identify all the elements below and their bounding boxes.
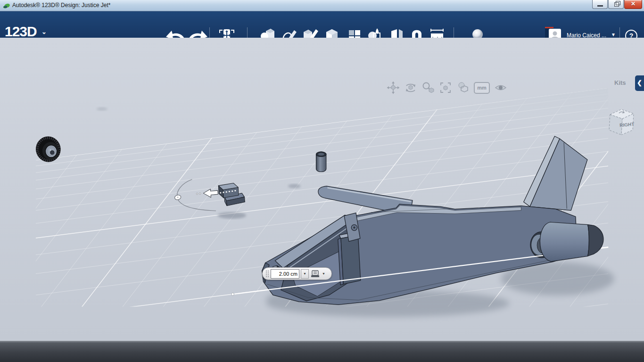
- operation-dropdown[interactable]: ▼: [322, 272, 325, 275]
- logo-menu-caret-icon[interactable]: ⌄: [41, 28, 47, 35]
- close-button[interactable]: ✕: [624, 0, 642, 9]
- dimension-editor[interactable]: ▼ ▼: [262, 267, 332, 280]
- window-title: Autodesk® 123D® Design: Justice Jet*: [12, 2, 110, 8]
- cylinder-shadow: [288, 184, 301, 188]
- logo-123d[interactable]: 123D: [5, 24, 37, 40]
- dimension-input[interactable]: [271, 269, 299, 279]
- fit-view-button[interactable]: [439, 81, 452, 94]
- taskbar: S ES: [0, 340, 644, 362]
- titlebar: Autodesk® 123D® Design: Justice Jet* ✕: [0, 0, 644, 11]
- minimize-button[interactable]: [592, 0, 608, 9]
- view-toolbar: mm: [387, 80, 507, 95]
- user-menu-caret-icon[interactable]: ▼: [611, 32, 616, 37]
- black-wheel[interactable]: [34, 134, 63, 164]
- extrude-manipulator[interactable]: [174, 180, 218, 211]
- orbit-button[interactable]: [404, 81, 417, 94]
- material-render-button[interactable]: [456, 81, 470, 94]
- scene-canvas[interactable]: [0, 38, 644, 340]
- panel-collapse-tab[interactable]: ❮: [635, 75, 644, 91]
- extrude-arrow[interactable]: [203, 189, 218, 197]
- pan-button[interactable]: [387, 81, 400, 94]
- wheel-shadow: [97, 107, 107, 111]
- block-shadow: [218, 212, 246, 219]
- app-icon: [3, 2, 10, 9]
- restore-button[interactable]: [608, 0, 624, 9]
- operation-selector-icon[interactable]: [310, 269, 321, 278]
- gray-cylinder[interactable]: [316, 152, 326, 172]
- drag-handle[interactable]: [265, 270, 269, 278]
- app-toolbar: 123D ⌄ Design: [0, 11, 644, 38]
- visibility-eye-button[interactable]: [494, 81, 507, 94]
- jet-engine[interactable]: [540, 222, 603, 262]
- units-button[interactable]: mm: [474, 82, 490, 94]
- dimension-dropdown[interactable]: ▼: [301, 269, 309, 279]
- viewport[interactable]: mm Kits ❮ RIGHT ▼ ▼: [0, 38, 644, 340]
- kits-label: Kits: [614, 79, 626, 86]
- stepped-block[interactable]: [218, 183, 245, 206]
- viewcube[interactable]: RIGHT: [603, 104, 644, 141]
- zoom-button[interactable]: [421, 81, 435, 94]
